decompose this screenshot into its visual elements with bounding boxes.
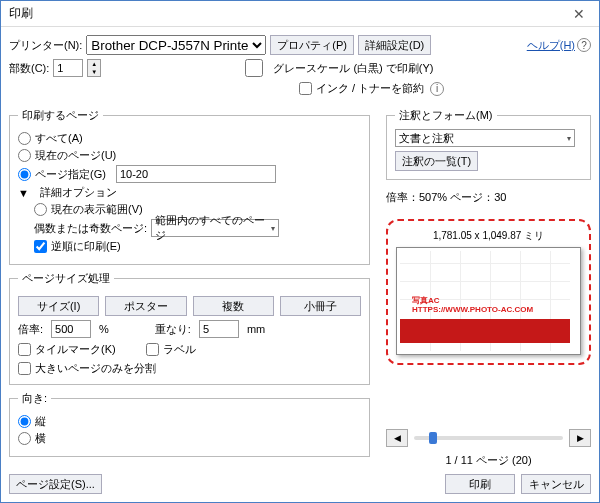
prev-page-button[interactable]: ◀: [386, 429, 408, 447]
annotations-legend: 注釈とフォーム(M): [395, 108, 497, 123]
preview-status: 倍率：507% ページ：30: [386, 190, 591, 205]
radio-landscape[interactable]: [18, 432, 31, 445]
help-icon: ?: [577, 38, 591, 52]
odd-even-row: 偶数または奇数ページ: 範囲内のすべてのページ▾: [18, 219, 361, 237]
pages-legend: 印刷するページ: [18, 108, 103, 123]
main-area: 印刷するページ すべて(A) 現在のページ(U) ページ指定(G) ▼ 詳細オプ…: [9, 108, 591, 468]
copies-spinner[interactable]: ▲▼: [87, 59, 101, 77]
preview-card[interactable]: 写真ACHTTPS://WWW.PHOTO-AC.COM: [396, 247, 581, 355]
advanced-button[interactable]: 詳細設定(D): [358, 35, 431, 55]
chevron-down-icon: ▼: [18, 187, 29, 199]
printer-select[interactable]: Brother DCP-J557N Printer: [86, 35, 266, 55]
tilemarks-checkbox[interactable]: タイルマーク(K): [18, 342, 116, 357]
radio-portrait[interactable]: [18, 415, 31, 428]
right-column: 注釈とフォーム(M) 文書と注釈▾ 注釈の一覧(T) 倍率：507% ページ：3…: [386, 108, 591, 468]
help-link[interactable]: ヘルプ(H) ?: [527, 38, 591, 53]
window-title: 印刷: [1, 5, 41, 22]
radio-all[interactable]: [18, 132, 31, 145]
close-icon: ✕: [573, 6, 585, 22]
print-button[interactable]: 印刷: [445, 474, 515, 494]
copies-input[interactable]: [53, 59, 83, 77]
sizing-group: ページサイズ処理 サイズ(I) ポスター 複数 小冊子 倍率: % 重なり:: [9, 271, 370, 385]
printer-label: プリンター(N):: [9, 38, 82, 53]
chevron-right-icon: ▶: [577, 433, 584, 443]
page-setup-button[interactable]: ページ設定(S)...: [9, 474, 102, 494]
chevron-down-icon: ▾: [567, 134, 571, 143]
spin-down-icon: ▼: [88, 68, 100, 76]
radio-view[interactable]: [34, 203, 47, 216]
annotation-summary-button[interactable]: 注釈の一覧(T): [395, 151, 478, 171]
radio-current[interactable]: [18, 149, 31, 162]
slider-thumb[interactable]: [429, 432, 437, 444]
spin-up-icon: ▲: [88, 60, 100, 68]
large-only-checkbox[interactable]: 大きいページのみを分割: [18, 361, 361, 376]
radio-range[interactable]: [18, 168, 31, 181]
pages-group: 印刷するページ すべて(A) 現在のページ(U) ページ指定(G) ▼ 詳細オプ…: [9, 108, 370, 265]
annotations-select[interactable]: 文書と注釈▾: [395, 129, 575, 147]
printer-row: プリンター(N): Brother DCP-J557N Printer プロパテ…: [9, 35, 591, 55]
chevron-down-icon: ▾: [271, 224, 275, 233]
page-range-input[interactable]: [116, 165, 276, 183]
watermark: 写真ACHTTPS://WWW.PHOTO-AC.COM: [412, 297, 533, 315]
grayscale-checkbox[interactable]: グレースケール (白黒) で印刷(Y): [239, 59, 433, 77]
poster-button[interactable]: ポスター: [105, 296, 186, 316]
close-button[interactable]: ✕: [559, 1, 599, 27]
left-column: 印刷するページ すべて(A) 現在のページ(U) ページ指定(G) ▼ 詳細オプ…: [9, 108, 376, 468]
dialog-body: プリンター(N): Brother DCP-J557N Printer プロパテ…: [1, 27, 599, 502]
preview-highlight: 1,781.05 x 1,049.87 ミリ 写真ACHTTPS://WWW.P…: [386, 219, 591, 365]
annotations-group: 注釈とフォーム(M) 文書と注釈▾ 注釈の一覧(T): [386, 108, 591, 180]
print-dialog: 印刷 ✕ プリンター(N): Brother DCP-J557N Printer…: [0, 0, 600, 503]
sizing-legend: ページサイズ処理: [18, 271, 114, 286]
copies-row: 部数(C): ▲▼ グレースケール (白黒) で印刷(Y): [9, 59, 591, 77]
overlap-input[interactable]: [199, 320, 239, 338]
page-slider[interactable]: [414, 436, 563, 440]
page-indicator: 1 / 11 ページ (20): [386, 453, 591, 468]
preview-thumbnail: 写真ACHTTPS://WWW.PHOTO-AC.COM: [400, 251, 570, 351]
chevron-left-icon: ◀: [394, 433, 401, 443]
booklet-button[interactable]: 小冊子: [280, 296, 361, 316]
preview-pager: ◀ ▶: [386, 429, 591, 447]
orientation-group: 向き: 縦 横: [9, 391, 370, 457]
labels-checkbox[interactable]: ラベル: [146, 342, 196, 357]
copies-label: 部数(C):: [9, 61, 49, 76]
properties-button[interactable]: プロパティ(P): [270, 35, 354, 55]
info-icon[interactable]: i: [430, 82, 444, 96]
saveink-row: インク / トナーを節約 i: [299, 81, 591, 96]
multiple-button[interactable]: 複数: [193, 296, 274, 316]
orientation-legend: 向き:: [18, 391, 51, 406]
more-options-toggle[interactable]: ▼ 詳細オプション: [18, 185, 361, 200]
next-page-button[interactable]: ▶: [569, 429, 591, 447]
scale-input[interactable]: [51, 320, 91, 338]
saveink-checkbox[interactable]: インク / トナーを節約: [299, 81, 424, 96]
cancel-button[interactable]: キャンセル: [521, 474, 591, 494]
titlebar: 印刷 ✕: [1, 1, 599, 27]
reverse-checkbox[interactable]: [34, 240, 47, 253]
preview-dimensions: 1,781.05 x 1,049.87 ミリ: [396, 229, 581, 243]
size-button[interactable]: サイズ(I): [18, 296, 99, 316]
odd-even-select[interactable]: 範囲内のすべてのページ▾: [151, 219, 279, 237]
dialog-footer: ページ設定(S)... 印刷 キャンセル: [9, 468, 591, 494]
